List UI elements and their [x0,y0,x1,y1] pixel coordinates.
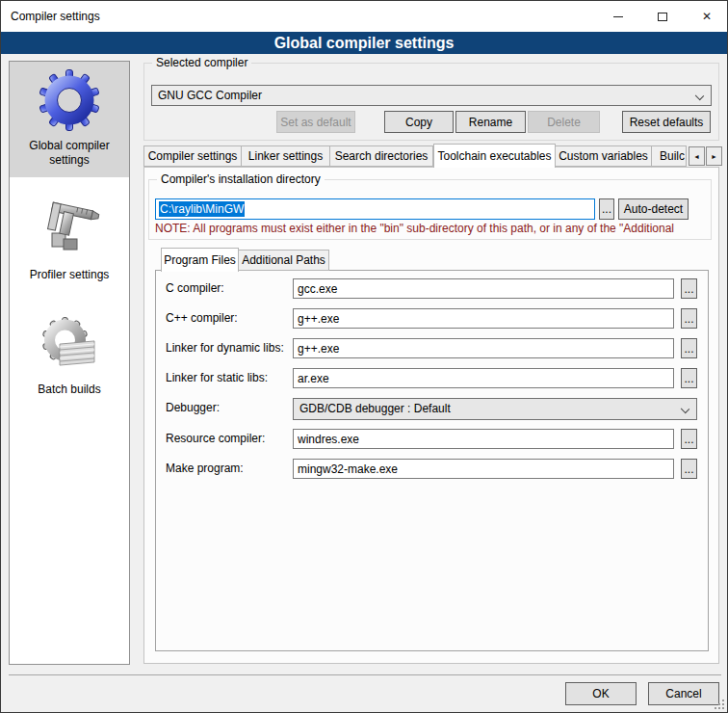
tab-build-options-clipped[interactable]: Builc [652,145,687,167]
resource-compiler-browse-button[interactable]: ... [681,429,697,449]
minimize-icon [613,16,623,17]
sidebar-item-global-compiler-settings[interactable]: Global compiler settings [10,62,129,177]
chevron-down-icon [681,405,689,413]
resource-compiler-input[interactable] [293,429,674,449]
tab-scroll-right-button[interactable]: ► [706,146,722,166]
dialog-banner: Global compiler settings [1,32,727,54]
sidebar-item-label: Batch builds [12,383,127,397]
c-compiler-input[interactable] [293,278,674,299]
reset-defaults-button[interactable]: Reset defaults [622,111,711,133]
linker-dynamic-input[interactable] [293,338,674,358]
linker-dynamic-label: Linker for dynamic libs: [166,338,284,358]
installation-directory-group-label: Compiler's installation directory [157,172,325,186]
arrow-left-icon: ◄ [693,153,700,160]
make-program-browse-button[interactable]: ... [681,459,697,479]
chevron-down-icon [695,92,704,100]
paths-tab-bar: Program Files Additional Paths [161,248,329,271]
resource-compiler-label: Resource compiler: [166,429,265,449]
blue-gear-icon [39,69,100,131]
title-bar[interactable]: Compiler settings ✕ [1,1,727,32]
c-compiler-label: C compiler: [166,278,224,299]
compiler-select[interactable]: GNU GCC Compiler [151,85,712,106]
tab-linker-settings[interactable]: Linker settings [242,145,330,167]
browse-directory-button[interactable]: ... [599,198,614,220]
installation-directory-input[interactable]: C:\raylib\MinGW [155,198,595,220]
debugger-select-value: GDB/CDB debugger : Default [299,402,451,415]
compiler-settings-dialog: Compiler settings ✕ Global compiler sett… [0,0,728,713]
tab-search-directories[interactable]: Search directories [330,145,433,167]
sidebar-item-profiler-settings[interactable]: Profiler settings [10,191,129,292]
maximize-button[interactable] [640,1,685,32]
settings-tab-bar: Compiler settings Linker settings Search… [143,143,687,167]
program-files-page: C compiler: ... C++ compiler: ... Linker… [155,270,709,651]
sidebar-item-label: Global compiler settings [12,139,127,168]
linker-static-input[interactable] [293,368,674,388]
ok-button[interactable]: OK [565,682,637,705]
copy-button[interactable]: Copy [384,111,454,133]
set-as-default-button[interactable]: Set as default [276,111,355,133]
debugger-label: Debugger: [166,398,220,418]
maximize-icon [658,13,667,21]
c-compiler-browse-button[interactable]: ... [681,278,697,299]
arrow-right-icon: ► [711,153,717,160]
linker-dynamic-browse-button[interactable]: ... [681,338,697,358]
linker-static-browse-button[interactable]: ... [681,368,697,388]
auto-detect-button[interactable]: Auto-detect [618,198,689,220]
sidebar-item-label: Profiler settings [12,268,127,282]
cpp-compiler-browse-button[interactable]: ... [681,308,697,329]
debugger-select[interactable]: GDB/CDB debugger : Default [293,398,697,420]
gray-gear-stack-icon [39,313,100,375]
delete-button[interactable]: Delete [528,111,600,133]
cpp-compiler-input[interactable] [293,308,674,329]
window-title: Compiler settings [11,1,100,32]
minimize-button[interactable] [596,1,640,32]
make-program-label: Make program: [166,459,244,479]
make-program-input[interactable] [293,459,674,479]
tab-toolchain-executables[interactable]: Toolchain executables [433,144,556,168]
sidebar-item-batch-builds[interactable]: Batch builds [10,305,129,407]
cancel-button[interactable]: Cancel [648,682,719,705]
cpp-compiler-label: C++ compiler: [166,308,238,329]
footer-divider [9,674,721,675]
tab-custom-variables[interactable]: Custom variables [556,145,652,167]
selected-compiler-group-label: Selected compiler [152,56,251,69]
compiler-select-value: GNU GCC Compiler [158,89,262,102]
settings-category-list: Global compiler settings [9,61,130,665]
close-button[interactable]: ✕ [685,1,728,32]
tab-scroll-left-button[interactable]: ◄ [689,146,705,166]
tab-program-files[interactable]: Program Files [161,248,239,272]
selected-path-text: C:\raylib\MinGW [159,201,245,217]
rename-button[interactable]: Rename [455,111,526,133]
close-icon: ✕ [702,11,712,22]
tab-additional-paths[interactable]: Additional Paths [239,250,329,271]
caliper-icon [39,198,100,260]
resize-grip[interactable] [715,700,724,709]
linker-static-label: Linker for static libs: [166,368,268,388]
bin-subdirectory-note: NOTE: All programs must exist either in … [155,222,706,235]
tab-compiler-settings[interactable]: Compiler settings [143,145,242,167]
